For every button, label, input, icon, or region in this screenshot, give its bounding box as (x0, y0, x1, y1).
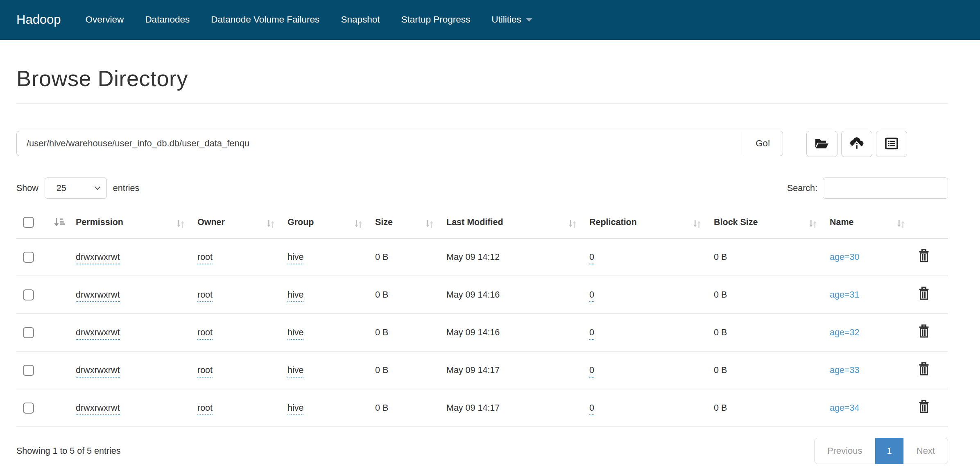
nav-link-datanodes[interactable]: Datanodes (134, 0, 200, 40)
create-directory-button[interactable] (806, 131, 837, 157)
column-header-block-size[interactable]: Block Size (714, 211, 830, 238)
delete-button[interactable] (918, 249, 930, 263)
search-control: Search: (787, 177, 948, 199)
sort-updown-icon (266, 218, 275, 230)
sort-amount-icon (53, 217, 65, 228)
size-value: 0 B (375, 365, 388, 375)
nav-item-startup-progress: Startup Progress (390, 0, 481, 40)
pagination-page-1: 1 (876, 438, 904, 464)
size-value: 0 B (375, 403, 388, 413)
sort-updown-icon (354, 218, 363, 230)
sort-updown-icon (425, 218, 434, 230)
page-size-select[interactable]: 25 (45, 177, 107, 199)
entries-summary: Showing 1 to 5 of 5 entries (16, 446, 121, 456)
replication-value[interactable]: 0 (589, 290, 594, 302)
permission-value[interactable]: drwxrwxrwt (76, 403, 120, 415)
nav-link-utilities-dropdown[interactable]: Utilities (481, 0, 543, 40)
row-checkbox[interactable] (23, 327, 34, 338)
column-label-permission: Permission (76, 217, 123, 227)
directory-name-link[interactable]: age=34 (830, 403, 859, 413)
permission-value[interactable]: drwxrwxrwt (76, 290, 120, 302)
select-all-checkbox[interactable] (23, 217, 34, 228)
sort-updown-icon (693, 218, 702, 230)
column-header-select-all[interactable] (16, 211, 76, 238)
row-checkbox[interactable] (23, 289, 34, 300)
replication-value[interactable]: 0 (589, 252, 594, 264)
delete-button[interactable] (918, 287, 930, 300)
nav-item-utilities: Utilities (481, 0, 543, 40)
owner-value[interactable]: root (197, 365, 213, 378)
file-list-button[interactable] (876, 131, 907, 157)
table-row: drwxrwxrwt root hive 0 B May 09 14:12 0 … (16, 238, 948, 276)
nav-links: Overview Datanodes Datanode Volume Failu… (75, 0, 543, 40)
permission-value[interactable]: drwxrwxrwt (76, 365, 120, 378)
group-value[interactable]: hive (287, 365, 303, 378)
table-header-row: Permission Owner Group (16, 211, 948, 238)
column-header-permission[interactable]: Permission (76, 211, 197, 238)
row-checkbox[interactable] (23, 403, 34, 414)
brand-hadoop[interactable]: Hadoop (16, 12, 61, 27)
last-modified-value: May 09 14:17 (446, 365, 500, 375)
delete-button[interactable] (918, 362, 930, 376)
trash-icon (918, 333, 930, 339)
size-value: 0 B (375, 328, 388, 337)
group-value[interactable]: hive (287, 403, 303, 415)
pagination-previous: Previous (814, 438, 876, 464)
nav-link-startup-progress[interactable]: Startup Progress (390, 0, 481, 40)
sort-updown-icon (568, 218, 577, 230)
group-value[interactable]: hive (287, 290, 303, 302)
replication-value[interactable]: 0 (589, 328, 594, 340)
column-header-actions (918, 211, 948, 238)
replication-value[interactable]: 0 (589, 365, 594, 378)
nav-link-datanode-volume-failures[interactable]: Datanode Volume Failures (200, 0, 330, 40)
directory-name-link[interactable]: age=32 (830, 328, 859, 337)
last-modified-value: May 09 14:12 (446, 252, 500, 262)
nav-link-overview[interactable]: Overview (75, 0, 135, 40)
row-checkbox[interactable] (23, 365, 34, 376)
directory-name-link[interactable]: age=30 (830, 252, 859, 262)
owner-value[interactable]: root (197, 328, 213, 340)
title-divider (16, 103, 948, 104)
table-controls: Show 25 entries Search: (16, 177, 948, 199)
column-header-size[interactable]: Size (375, 211, 446, 238)
pagination-page-1-link[interactable]: 1 (875, 438, 904, 464)
pagination-next-link[interactable]: Next (903, 438, 948, 464)
size-value: 0 B (375, 252, 388, 262)
nav-item-datanodes: Datanodes (134, 0, 200, 40)
owner-value[interactable]: root (197, 290, 213, 302)
column-header-last-modified[interactable]: Last Modified (446, 211, 589, 238)
nav-item-overview: Overview (75, 0, 135, 40)
directory-path-input[interactable] (16, 131, 743, 156)
go-button[interactable]: Go! (743, 131, 783, 156)
page-title: Browse Directory (16, 66, 948, 91)
row-checkbox[interactable] (23, 252, 34, 263)
directory-table: Permission Owner Group (16, 211, 948, 427)
block-size-value: 0 B (714, 252, 727, 262)
column-header-owner[interactable]: Owner (197, 211, 287, 238)
directory-name-link[interactable]: age=31 (830, 290, 859, 300)
nav-link-snapshot[interactable]: Snapshot (330, 0, 390, 40)
column-header-replication[interactable]: Replication (589, 211, 714, 238)
delete-button[interactable] (918, 324, 930, 338)
last-modified-value: May 09 14:16 (446, 328, 500, 337)
group-value[interactable]: hive (287, 252, 303, 264)
pagination-previous-link[interactable]: Previous (814, 438, 876, 464)
owner-value[interactable]: root (197, 403, 213, 415)
replication-value[interactable]: 0 (589, 403, 594, 415)
group-value[interactable]: hive (287, 328, 303, 340)
search-input[interactable] (823, 177, 948, 199)
sort-updown-icon (808, 218, 817, 230)
column-header-group[interactable]: Group (287, 211, 375, 238)
upload-file-button[interactable] (841, 131, 872, 157)
path-bar: Go! (16, 131, 948, 157)
trash-icon (918, 296, 930, 302)
permission-value[interactable]: drwxrwxrwt (76, 252, 120, 264)
column-header-name[interactable]: Name (830, 211, 918, 238)
permission-value[interactable]: drwxrwxrwt (76, 328, 120, 340)
directory-name-link[interactable]: age=33 (830, 365, 859, 375)
column-label-size: Size (375, 217, 393, 227)
delete-button[interactable] (918, 400, 930, 414)
nav-item-snapshot: Snapshot (330, 0, 390, 40)
nav-item-datanode-volume-failures: Datanode Volume Failures (200, 0, 330, 40)
owner-value[interactable]: root (197, 252, 213, 264)
